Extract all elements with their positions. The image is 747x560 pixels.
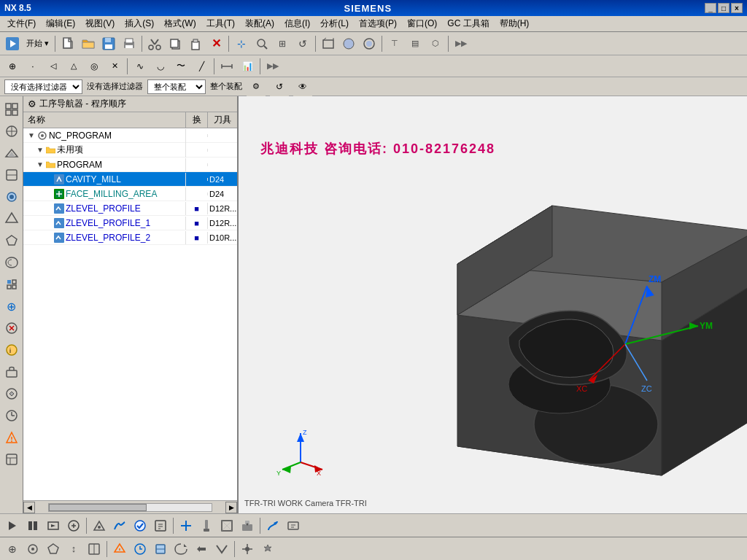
measure-button[interactable] <box>217 57 236 76</box>
arc-button[interactable]: ◡ <box>151 57 170 76</box>
bt1-toolpath[interactable] <box>110 516 129 535</box>
menu-analysis[interactable]: 分析(L) <box>316 16 353 31</box>
bt1-btn4[interactable] <box>64 516 83 535</box>
bt2-settings[interactable] <box>258 540 277 559</box>
more-button-1[interactable]: ▶▶ <box>452 34 471 53</box>
bt2-btn9[interactable] <box>171 540 190 559</box>
snap-button[interactable]: ⊕ <box>3 57 22 76</box>
bt2-snap-options[interactable] <box>238 540 257 559</box>
rotate-button[interactable]: ↺ <box>293 34 312 53</box>
side-icon-1[interactable] <box>1 99 22 120</box>
scroll-right-arrow[interactable]: ▶ <box>225 502 237 513</box>
scroll-track[interactable] <box>48 503 212 512</box>
tree-row-zlevel-2[interactable]: ZLEVEL_PROFILE_1 ■ D12R... <box>23 216 237 230</box>
side-icon-16[interactable] <box>1 427 22 448</box>
paste-button[interactable] <box>186 34 205 53</box>
hidden-lines-button[interactable] <box>360 34 379 53</box>
start-button[interactable] <box>3 34 22 53</box>
cut-button[interactable] <box>145 34 164 53</box>
menu-tools[interactable]: 工具(T) <box>202 16 239 31</box>
side-icon-10[interactable]: ⊕ <box>1 296 22 316</box>
side-icon-14[interactable] <box>1 384 22 404</box>
view-front-button[interactable]: ▤ <box>406 34 425 53</box>
menu-help[interactable]: 帮助(H) <box>495 16 534 31</box>
menu-insert[interactable]: 插入(S) <box>120 16 158 31</box>
tree-row-zlevel-3[interactable]: ZLEVEL_PROFILE_2 ■ D10R... <box>23 230 237 245</box>
tree-scrollbar[interactable]: ◀ ▶ <box>23 500 237 513</box>
close-button[interactable]: × <box>731 3 743 13</box>
shade-button[interactable] <box>339 34 358 53</box>
side-icon-2[interactable] <box>1 121 22 141</box>
spline-button[interactable]: 〜 <box>171 57 190 76</box>
side-icon-4[interactable] <box>1 165 22 185</box>
side-icon-5[interactable] <box>1 187 22 207</box>
intersection-button[interactable]: ✕ <box>105 57 124 76</box>
bt2-btn8[interactable] <box>151 540 170 559</box>
wireframe-button[interactable] <box>319 34 338 53</box>
side-icon-17[interactable] <box>1 449 22 470</box>
tree-row-program[interactable]: ▼ PROGRAM <box>23 158 237 172</box>
menu-window[interactable]: 窗口(O) <box>403 16 441 31</box>
point-button[interactable]: · <box>23 57 42 76</box>
open-button[interactable] <box>79 34 98 53</box>
zoom-button[interactable] <box>252 34 271 53</box>
side-icon-3[interactable] <box>1 143 22 163</box>
bt1-play[interactable] <box>3 516 22 535</box>
filter-refresh-button[interactable]: ↺ <box>270 77 289 96</box>
side-icon-clock[interactable] <box>1 405 22 426</box>
bt1-simulate[interactable] <box>90 516 109 535</box>
bt1-machine[interactable] <box>238 516 257 535</box>
menu-format[interactable]: 格式(W) <box>160 16 200 31</box>
bt1-btn2[interactable] <box>23 516 42 535</box>
menu-info[interactable]: 信息(I) <box>280 16 314 31</box>
bt2-btn10[interactable] <box>192 540 211 559</box>
view-top-button[interactable]: ⊤ <box>385 34 404 53</box>
view-3d-button[interactable]: ⬡ <box>426 34 445 53</box>
side-icon-9[interactable] <box>1 274 22 295</box>
menu-edit[interactable]: 编辑(E) <box>42 16 80 31</box>
filter-view-button[interactable]: 👁 <box>293 77 312 96</box>
tree-row-zlevel-1[interactable]: ZLEVEL_PROFILE ■ D12R... <box>23 201 237 216</box>
bt2-btn5[interactable] <box>85 540 104 559</box>
tree-row-unused[interactable]: ▼ 未用项 <box>23 143 237 158</box>
analysis-button[interactable]: 📊 <box>238 57 257 76</box>
menu-view[interactable]: 视图(V) <box>81 16 119 31</box>
side-icon-7[interactable] <box>1 230 22 251</box>
bt2-btn7[interactable] <box>131 540 150 559</box>
print-button[interactable] <box>120 34 139 53</box>
bt1-create-geo[interactable] <box>217 516 236 535</box>
bt2-btn6[interactable] <box>110 540 129 559</box>
bt1-create-op[interactable] <box>177 516 196 535</box>
side-icon-11[interactable] <box>1 318 22 338</box>
expand-nc-program[interactable]: ▼ <box>28 131 35 139</box>
midpoint-button[interactable]: △ <box>64 57 83 76</box>
copy-button[interactable] <box>166 34 185 53</box>
filter-options-button[interactable]: ⚙ <box>247 77 266 96</box>
tree-row-cavity-mill[interactable]: CAVITY_MILL D24 <box>23 172 237 187</box>
scroll-thumb[interactable] <box>49 504 147 511</box>
line-button[interactable]: ╱ <box>192 57 211 76</box>
bt1-output[interactable] <box>284 516 303 535</box>
expand-program[interactable]: ▼ <box>36 160 44 168</box>
tree-row-face-milling[interactable]: FACE_MILLING_AREA D24 <box>23 187 237 201</box>
selection-filter-dropdown[interactable]: 没有选择过滤器 <box>4 79 82 94</box>
bt1-generate[interactable] <box>263 516 282 535</box>
side-icon-6[interactable] <box>1 209 22 229</box>
bt1-btn3[interactable] <box>44 516 63 535</box>
assembly-filter-dropdown[interactable]: 整个装配 <box>147 79 206 94</box>
scroll-left-arrow[interactable]: ◀ <box>23 502 35 513</box>
restore-button[interactable]: □ <box>718 3 729 13</box>
bt2-btn2[interactable] <box>23 540 42 559</box>
fit-button[interactable]: ⊞ <box>273 34 292 53</box>
bt1-verify[interactable] <box>131 516 150 535</box>
menu-preferences[interactable]: 首选项(P) <box>355 16 401 31</box>
menu-gc-toolbox[interactable]: GC 工具箱 <box>443 16 493 31</box>
menu-assembly[interactable]: 装配(A) <box>241 16 279 31</box>
curve-button[interactable]: ∿ <box>131 57 150 76</box>
bt2-btn11[interactable] <box>212 540 231 559</box>
bt2-btn1[interactable]: ⊕ <box>3 540 22 559</box>
side-icon-8[interactable] <box>1 252 22 273</box>
minimize-button[interactable]: _ <box>705 3 716 13</box>
tree-row-nc-program[interactable]: ▼ NC_PROGRAM <box>23 128 237 143</box>
expand-unused[interactable]: ▼ <box>36 146 44 154</box>
